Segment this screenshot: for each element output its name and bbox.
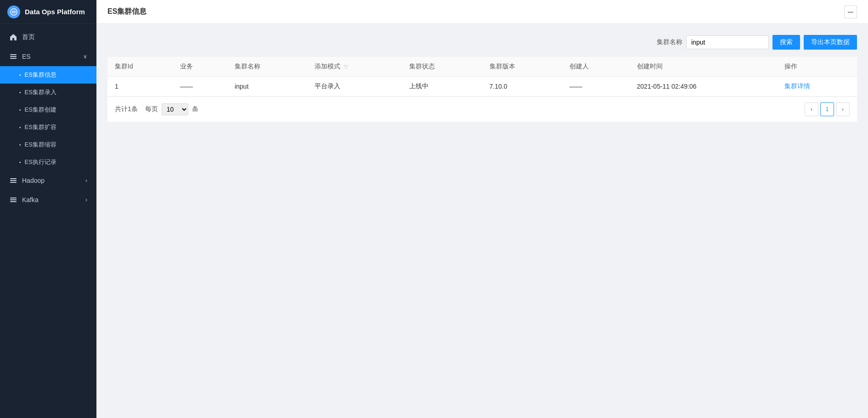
filter-icon[interactable]: ▽ — [344, 64, 348, 70]
table-row: 1——input平台录入上线中7.10.0——2021-05-11 02:49:… — [107, 77, 857, 96]
prev-page-button[interactable]: ‹ — [805, 102, 818, 116]
sidebar-home-label: 首页 — [22, 33, 35, 41]
table-header-row: 集群Id 业务 集群名称 添加模式 ▽ 集群状态 — [107, 57, 857, 77]
sidebar-item-hadoop[interactable]: Hadoop › — [0, 171, 96, 190]
header-actions: — — [844, 6, 857, 18]
sidebar-hadoop-label: Hadoop — [22, 177, 45, 184]
cluster-detail-link[interactable]: 集群详情 — [784, 82, 810, 90]
cell-creator: —— — [562, 77, 630, 96]
main-content: ES集群信息 — 集群名称 搜索 导出本页数据 集群Id — [96, 0, 868, 418]
cell-cluster-version: 7.10.0 — [482, 77, 562, 96]
sidebar-item-home[interactable]: 首页 — [0, 28, 96, 47]
svg-rect-7 — [10, 198, 17, 198]
col-action: 操作 — [777, 57, 857, 77]
hadoop-chevron-icon: › — [85, 177, 87, 184]
search-label: 集群名称 — [657, 38, 682, 46]
per-page-unit: 条 — [192, 105, 198, 113]
kafka-chevron-icon: › — [85, 197, 87, 203]
col-business: 业务 — [173, 57, 227, 77]
cell-business: —— — [173, 77, 227, 96]
es-cluster-shrink-label: ES集群缩容 — [25, 141, 56, 149]
per-page-select[interactable]: 10 20 50 100 — [162, 103, 188, 115]
cell-cluster-name: input — [227, 77, 307, 96]
search-bar: 集群名称 搜索 导出本页数据 — [107, 35, 857, 50]
pagination-controls: ‹ 1 › — [805, 102, 850, 116]
cell-cluster-id: 1 — [107, 77, 173, 96]
cell-action[interactable]: 集群详情 — [777, 77, 857, 96]
svg-rect-2 — [10, 56, 17, 57]
svg-rect-9 — [10, 201, 17, 202]
search-button[interactable]: 搜索 — [772, 35, 800, 50]
sidebar-item-es-cluster-create[interactable]: ES集群创建 — [0, 101, 96, 119]
col-create-time: 创建时间 — [630, 57, 777, 77]
pagination-total: 共计1条 — [115, 105, 138, 113]
page-header: ES集群信息 — — [96, 0, 868, 24]
sidebar-item-kafka[interactable]: Kafka › — [0, 190, 96, 209]
sidebar-nav: 首页 ES ∨ ES集群信息 ES集群录入 ES集群创建 ES集群扩容 — [0, 24, 96, 418]
per-page-label: 每页 — [145, 105, 158, 113]
page-1-button[interactable]: 1 — [820, 102, 834, 116]
table-container: 集群Id 业务 集群名称 添加模式 ▽ 集群状态 — [107, 57, 857, 122]
es-chevron-icon: ∨ — [83, 53, 87, 60]
col-cluster-id: 集群Id — [107, 57, 173, 77]
cell-add-mode: 平台录入 — [307, 77, 402, 96]
es-cluster-info-label: ES集群信息 — [25, 71, 56, 79]
sidebar-item-es-cluster-shrink[interactable]: ES集群缩容 — [0, 136, 96, 153]
col-add-mode: 添加模式 ▽ — [307, 57, 402, 77]
header-icon-button[interactable]: — — [844, 6, 857, 18]
svg-rect-1 — [10, 54, 17, 55]
search-input[interactable] — [686, 35, 769, 49]
svg-rect-6 — [10, 182, 17, 183]
sidebar-item-es[interactable]: ES ∨ — [0, 47, 96, 66]
es-exec-log-label: ES执行记录 — [25, 158, 56, 166]
export-button[interactable]: 导出本页数据 — [804, 35, 857, 50]
es-cluster-entry-label: ES集群录入 — [25, 88, 56, 96]
next-page-button[interactable]: › — [836, 102, 850, 116]
es-cluster-create-label: ES集群创建 — [25, 106, 56, 114]
logo-icon — [7, 6, 20, 18]
app-title: Data Ops Platform — [25, 8, 85, 16]
page-title: ES集群信息 — [107, 7, 147, 17]
pagination-bar: 共计1条 每页 10 20 50 100 条 ‹ 1 › — [107, 96, 857, 122]
svg-rect-4 — [10, 178, 17, 179]
svg-rect-5 — [10, 180, 17, 181]
cluster-table: 集群Id 业务 集群名称 添加模式 ▽ 集群状态 — [107, 57, 857, 96]
sidebar-item-es-exec-log[interactable]: ES执行记录 — [0, 153, 96, 171]
es-icon — [9, 52, 17, 61]
kafka-icon — [9, 196, 17, 204]
col-cluster-status: 集群状态 — [402, 57, 482, 77]
app-logo: Data Ops Platform — [0, 0, 96, 24]
cell-cluster-status: 上线中 — [402, 77, 482, 96]
col-cluster-name: 集群名称 — [227, 57, 307, 77]
sidebar-item-es-cluster-expand[interactable]: ES集群扩容 — [0, 119, 96, 136]
svg-point-0 — [11, 9, 17, 15]
sidebar-item-es-cluster-info[interactable]: ES集群信息 — [0, 66, 96, 84]
svg-rect-3 — [10, 58, 17, 59]
svg-rect-8 — [10, 199, 17, 200]
sidebar-item-es-cluster-entry[interactable]: ES集群录入 — [0, 84, 96, 101]
sidebar-es-label: ES — [22, 53, 31, 60]
es-cluster-expand-label: ES集群扩容 — [25, 123, 56, 131]
cell-create-time: 2021-05-11 02:49:06 — [630, 77, 777, 96]
sidebar-kafka-label: Kafka — [22, 196, 39, 203]
hadoop-icon — [9, 176, 17, 185]
sidebar: Data Ops Platform 首页 ES ∨ — [0, 0, 96, 418]
col-creator: 创建人 — [562, 57, 630, 77]
col-cluster-version: 集群版本 — [482, 57, 562, 77]
content-area: 集群名称 搜索 导出本页数据 集群Id 业务 集群名称 — [96, 24, 868, 418]
home-icon — [9, 33, 17, 41]
